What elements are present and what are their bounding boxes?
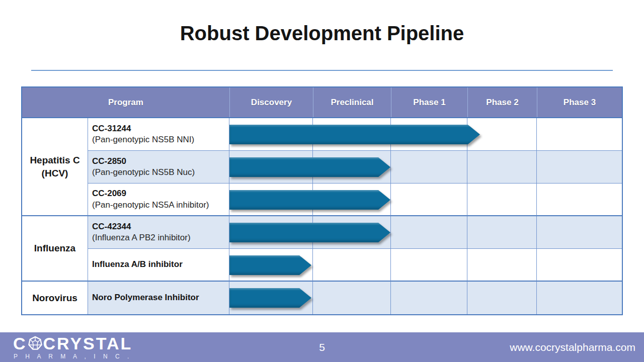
program-detail: (Pan-genotypic NS5A inhibitor)	[92, 200, 227, 211]
pipeline-table: Program Discovery Preclinical Phase 1 Ph…	[21, 86, 623, 315]
category-cell: Norovirus	[22, 282, 88, 314]
phase-cell	[537, 184, 622, 216]
phase-cell	[313, 216, 391, 249]
pipeline-body: Hepatitis C(HCV)CC-31244(Pan-genotypic N…	[22, 118, 622, 314]
logo-brand-prefix: C	[13, 335, 27, 352]
phase-cell	[391, 151, 467, 184]
header-preclinical: Preclinical	[313, 87, 391, 117]
program-cell: Influenza A/B inhibitor	[88, 249, 229, 282]
program-cell: CC-2069(Pan-genotypic NS5A inhibitor)	[88, 184, 229, 216]
phase-cell	[313, 184, 391, 216]
category-cell: Influenza	[22, 216, 88, 282]
phase-cell	[391, 118, 467, 151]
program-name: CC-2850	[92, 156, 227, 167]
logo-brand-suffix: CRYSTAL	[43, 335, 133, 352]
header-program: Program	[22, 87, 229, 117]
phase-cell	[229, 118, 313, 151]
program-cell: CC-31244(Pan-genotypic NS5B NNI)	[88, 118, 229, 151]
phase-cell	[313, 118, 391, 151]
phase-cell	[313, 282, 391, 314]
website-url: www.cocrystalpharma.com	[510, 341, 635, 353]
phase-cell	[467, 184, 537, 216]
phase-cell	[537, 282, 622, 314]
title-divider-line	[31, 70, 613, 71]
program-detail: (Influenza A PB2 inhibitor)	[92, 232, 227, 243]
logo-subtitle: P H A R M A , I N C .	[14, 353, 132, 360]
phase-cell	[229, 249, 313, 282]
category-label: Hepatitis C	[30, 154, 79, 167]
program-detail: (Pan-genotypic NS5B Nuc)	[92, 167, 227, 178]
program-name: Noro Polymerase Inhibitor	[92, 292, 227, 303]
page-number: 5	[319, 341, 325, 353]
cocrystal-logo: C CRYSTAL	[13, 335, 132, 360]
header-phase-1: Phase 1	[391, 87, 467, 117]
program-name: CC-42344	[92, 221, 227, 232]
phase-cell	[229, 282, 313, 314]
phase-cell	[537, 151, 622, 184]
category-label: Norovirus	[32, 292, 77, 305]
program-cell: CC-2850(Pan-genotypic NS5B Nuc)	[88, 151, 229, 184]
page-title: Robust Development Pipeline	[0, 22, 644, 45]
logo-brand-text: C CRYSTAL	[13, 335, 132, 352]
phase-cell	[391, 216, 467, 249]
program-name: CC-2069	[92, 188, 227, 199]
header-phase-3: Phase 3	[537, 87, 622, 117]
phase-cell	[467, 282, 537, 314]
program-name: Influenza A/B inhibitor	[92, 259, 227, 270]
phase-cell	[313, 151, 391, 184]
phase-cell	[391, 184, 467, 216]
phase-cell	[313, 249, 391, 282]
category-cell: Hepatitis C(HCV)	[22, 118, 88, 216]
category-label: (HCV)	[42, 167, 68, 180]
phase-cell	[229, 184, 313, 216]
footer-bar: C CRYSTAL	[0, 332, 644, 362]
category-label: Influenza	[34, 242, 75, 255]
phase-cell	[467, 249, 537, 282]
header-discovery: Discovery	[229, 87, 313, 117]
phase-cell	[537, 118, 622, 151]
phase-cell	[229, 151, 313, 184]
pipeline-table-header: Program Discovery Preclinical Phase 1 Ph…	[22, 87, 622, 118]
phase-cell	[391, 249, 467, 282]
program-detail: (Pan-genotypic NS5B NNI)	[92, 134, 227, 145]
program-name: CC-31244	[92, 123, 227, 134]
phase-cell	[537, 216, 622, 249]
phase-cell	[391, 282, 467, 314]
phase-cell	[467, 151, 537, 184]
phase-cell	[229, 216, 313, 249]
header-phase-2: Phase 2	[467, 87, 537, 117]
phase-cell	[467, 216, 537, 249]
program-cell: Noro Polymerase Inhibitor	[88, 282, 229, 314]
presentation-slide: Robust Development Pipeline Program Disc…	[0, 0, 644, 362]
program-cell: CC-42344(Influenza A PB2 inhibitor)	[88, 216, 229, 249]
crystal-gem-icon	[28, 336, 43, 351]
phase-cell	[467, 118, 537, 151]
phase-cell	[537, 249, 622, 282]
